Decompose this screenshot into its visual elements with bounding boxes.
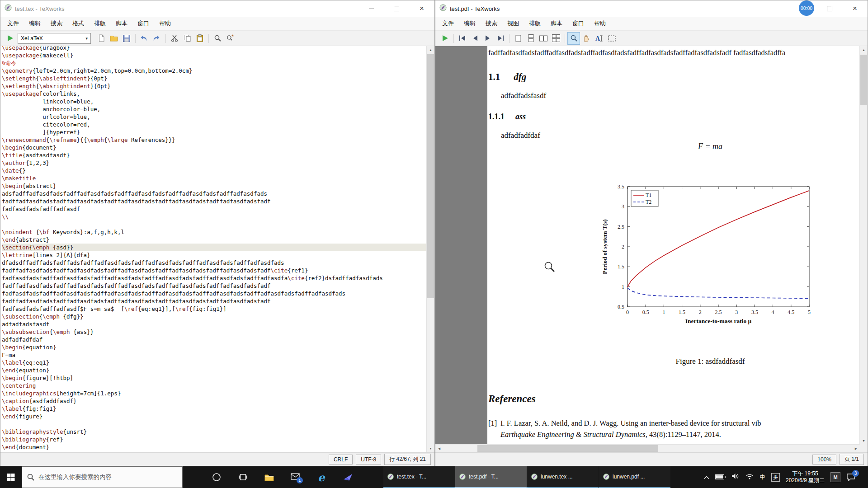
ime-language-indicator[interactable]: 中 <box>760 474 765 481</box>
menu-search[interactable]: 搜索 <box>46 19 67 28</box>
scroll-right-arrow[interactable]: ▶ <box>852 445 860 452</box>
code-line: \end{figure} <box>2 413 427 420</box>
menu-scripts[interactable]: 脚本 <box>111 19 132 28</box>
cortana-button[interactable] <box>203 466 230 488</box>
task-view-button[interactable] <box>230 466 256 488</box>
code-line: \begin{figure}[!htbp] <box>2 374 427 382</box>
undo-button[interactable] <box>138 33 150 44</box>
menu-search[interactable]: 搜索 <box>481 19 502 28</box>
editor-titlebar: test.tex - TeXworks × <box>0 0 434 17</box>
ime-m-tray-icon[interactable]: M <box>830 472 840 482</box>
menu-file[interactable]: 文件 <box>437 19 459 28</box>
continuous-view-button[interactable] <box>525 33 537 44</box>
cut-button[interactable] <box>169 33 180 44</box>
minimize-button[interactable] <box>359 0 384 17</box>
redo-button[interactable] <box>151 33 163 44</box>
open-file-button[interactable] <box>108 33 120 44</box>
image-select-tool-button[interactable] <box>606 33 618 44</box>
pdf-vertical-scrollbar[interactable]: ▲ ▼ <box>859 46 868 445</box>
menu-format[interactable]: 格式 <box>67 19 89 28</box>
engine-selector[interactable]: XeLaTeX ▾ <box>18 33 91 44</box>
pdf-scrollbar-thumb[interactable] <box>860 55 867 105</box>
menu-file[interactable]: 文件 <box>2 19 24 28</box>
taskbar-search-box[interactable]: 在这里输入你要搜索的内容 <box>22 466 183 488</box>
menu-help[interactable]: 帮助 <box>589 19 611 28</box>
typeset-run-button[interactable] <box>439 33 451 44</box>
action-center-button[interactable]: 3 <box>846 473 855 481</box>
new-file-button[interactable] <box>95 33 107 44</box>
messaging-app-button[interactable] <box>335 466 361 488</box>
taskbar-window-lunwen-tex[interactable]: lunwen.tex ... <box>527 466 599 488</box>
editor-statusbar: CRLF UTF-8 行 42/67; 列 21 <box>0 452 434 466</box>
paste-button[interactable] <box>194 33 206 44</box>
menu-typeset[interactable]: 排版 <box>89 19 111 28</box>
pdf-hscrollbar-thumb[interactable] <box>477 445 658 452</box>
scroll-down-arrow[interactable]: ▼ <box>427 445 434 452</box>
close-button[interactable]: × <box>842 0 868 17</box>
battery-tray-button[interactable] <box>715 473 726 481</box>
menu-window[interactable]: 窗口 <box>132 19 154 28</box>
taskbar-window-test-tex[interactable]: test.tex - T... <box>383 466 455 488</box>
eol-indicator[interactable]: CRLF <box>329 455 353 465</box>
editor-code[interactable]: \usepackage{uragbox}\usepackage{makecell… <box>0 46 427 452</box>
code-line: \usepackage{uragbox} <box>2 46 427 52</box>
editor-scrollbar-thumb[interactable] <box>427 54 434 298</box>
pdf-window-controls: 00:00 × <box>799 0 868 17</box>
maximize-button[interactable] <box>384 0 409 17</box>
code-line: \label{fig:fig1} <box>2 405 427 413</box>
mail-button[interactable]: 1 <box>282 466 308 488</box>
file-explorer-button[interactable] <box>256 466 282 488</box>
scroll-down-arrow[interactable]: ▼ <box>860 437 868 445</box>
typeset-run-button[interactable] <box>4 33 16 44</box>
edge-browser-button[interactable]: e <box>308 466 335 488</box>
code-line: \usepackage[colorlinks, <box>2 90 427 98</box>
paper-plane-icon <box>343 473 353 481</box>
single-page-icon <box>515 35 521 42</box>
reference-line-1: I. F. Lazar, S. A. Neild, and D. J. Wagg… <box>500 418 761 429</box>
menu-view[interactable]: 视图 <box>502 19 524 28</box>
encoding-indicator[interactable]: UTF-8 <box>356 455 381 465</box>
maximize-button[interactable] <box>817 0 842 17</box>
zoom-indicator[interactable]: 100% <box>812 455 836 465</box>
close-button[interactable]: × <box>409 0 434 17</box>
find-button[interactable] <box>212 33 223 44</box>
code-line: anchorcolor=blue, <box>2 105 427 113</box>
editor-vertical-scrollbar[interactable]: ▲ ▼ <box>426 46 434 452</box>
taskbar-window-label: test.tex - T... <box>397 474 426 480</box>
hidden-icons-button[interactable] <box>704 473 709 481</box>
menu-help[interactable]: 帮助 <box>154 19 176 28</box>
two-page-view-button[interactable] <box>538 33 549 44</box>
text-select-tool-button[interactable]: A <box>593 33 605 44</box>
start-button[interactable] <box>0 466 22 488</box>
hand-tool-button[interactable] <box>580 33 592 44</box>
pdf-horizontal-scrollbar[interactable]: ◀ ▶ <box>435 444 860 452</box>
menu-edit[interactable]: 编辑 <box>24 19 46 28</box>
menu-window[interactable]: 窗口 <box>567 19 589 28</box>
clock[interactable]: 下午 19:55 2020/6/9 星期二 <box>786 470 825 484</box>
two-page-continuous-view-button[interactable] <box>550 33 562 44</box>
first-page-button[interactable] <box>457 33 468 44</box>
save-button[interactable] <box>121 33 132 44</box>
scroll-left-arrow[interactable]: ◀ <box>435 445 443 452</box>
single-page-view-button[interactable] <box>512 33 524 44</box>
reference-line-2: Earthquake Engineering & Structural Dyna… <box>500 429 761 440</box>
magnify-tool-button[interactable] <box>568 33 580 44</box>
network-tray-button[interactable] <box>745 473 754 481</box>
page-indicator[interactable]: 页 1/1 <box>840 454 864 465</box>
previous-page-button[interactable] <box>469 33 481 44</box>
next-page-button[interactable] <box>482 33 494 44</box>
scroll-up-arrow[interactable]: ▲ <box>427 46 434 54</box>
recording-timer-badge[interactable]: 00:00 <box>799 0 814 16</box>
last-page-button[interactable] <box>495 33 506 44</box>
menu-scripts[interactable]: 脚本 <box>546 19 567 28</box>
volume-tray-button[interactable] <box>731 473 740 481</box>
menu-typeset[interactable]: 排版 <box>524 19 546 28</box>
taskbar-window-lunwen-pdf[interactable]: lunwen.pdf ... <box>599 466 670 488</box>
scroll-up-arrow[interactable]: ▲ <box>860 46 868 54</box>
ime-mode-indicator[interactable]: 拼 <box>771 473 780 482</box>
replace-button[interactable] <box>224 33 236 44</box>
copy-button[interactable] <box>181 33 193 44</box>
pdf-page[interactable]: fadffadfasdfadsfadffadfasdfadsfadffadfas… <box>487 46 868 452</box>
menu-edit[interactable]: 编辑 <box>459 19 481 28</box>
taskbar-window-test-pdf[interactable]: test.pdf - T... <box>455 466 527 488</box>
